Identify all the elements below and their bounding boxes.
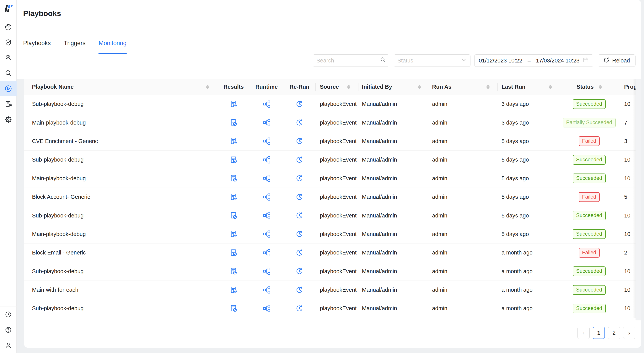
table-row[interactable]: Sub-playbook-debugplaybookEventManual/ad… bbox=[24, 150, 636, 169]
playbook-results-icon[interactable] bbox=[228, 228, 239, 240]
playbook-runtime-icon[interactable] bbox=[261, 136, 272, 147]
cell-rerun bbox=[283, 154, 316, 166]
pagination-page-1[interactable]: 1 bbox=[593, 327, 605, 339]
column-header-initiated[interactable]: Initiated By bbox=[358, 79, 429, 95]
playbook-results-icon[interactable] bbox=[228, 173, 239, 184]
playbook-runtime-icon[interactable] bbox=[261, 266, 272, 277]
sidebar-item-help[interactable] bbox=[0, 322, 16, 338]
playbook-runtime-icon[interactable] bbox=[261, 284, 272, 296]
pagination-page-2[interactable]: 2 bbox=[608, 327, 620, 339]
sidebar-item-history[interactable] bbox=[0, 307, 16, 322]
sidebar-item-search[interactable] bbox=[0, 66, 16, 81]
cell-progress: 3 bbox=[618, 138, 636, 144]
table-row[interactable]: Main-playbook-debugplaybookEventManual/a… bbox=[24, 225, 636, 244]
table-row[interactable]: Block Account- GenericplaybookEventManua… bbox=[24, 188, 636, 206]
rerun-icon[interactable] bbox=[294, 228, 305, 240]
sidebar-item-security[interactable] bbox=[0, 35, 16, 50]
column-header-status[interactable]: Status bbox=[560, 79, 618, 95]
column-header-runtime: Runtime bbox=[250, 79, 283, 95]
status-badge: Succeeded bbox=[573, 285, 606, 295]
column-header-source[interactable]: Source bbox=[316, 79, 358, 95]
cell-status: Failed bbox=[560, 248, 618, 258]
playbook-runtime-icon[interactable] bbox=[261, 192, 272, 202]
pagination-next-button[interactable]: › bbox=[623, 327, 635, 339]
rerun-icon[interactable] bbox=[294, 173, 305, 184]
sidebar-item-reports[interactable] bbox=[0, 96, 16, 112]
playbook-results-icon[interactable] bbox=[228, 154, 239, 166]
column-header-runas[interactable]: Run As bbox=[429, 79, 498, 95]
table-row[interactable]: Main-playbook-debugplaybookEventManual/a… bbox=[24, 169, 636, 188]
playbook-runtime-icon[interactable] bbox=[261, 98, 272, 110]
reload-button[interactable]: Reload bbox=[598, 54, 636, 67]
playbook-runtime-icon[interactable] bbox=[261, 154, 272, 166]
playbook-runtime-icon[interactable] bbox=[261, 303, 272, 314]
playbook-results-icon[interactable] bbox=[228, 117, 239, 128]
playbook-runtime-icon[interactable] bbox=[261, 247, 272, 258]
playbook-results-icon[interactable] bbox=[228, 98, 239, 110]
table-body: Sub-playbook-debugplaybookEventManual/ad… bbox=[24, 95, 636, 318]
playbook-runtime-icon[interactable] bbox=[261, 173, 272, 184]
playbook-runtime-icon[interactable] bbox=[261, 210, 272, 221]
rerun-icon[interactable] bbox=[294, 154, 305, 166]
xsoar-logo-icon bbox=[4, 4, 13, 12]
tab-triggers[interactable]: Triggers bbox=[64, 38, 86, 54]
rerun-icon[interactable] bbox=[294, 266, 305, 277]
cell-rerun bbox=[283, 98, 316, 110]
rerun-icon[interactable] bbox=[294, 210, 305, 221]
cell-results bbox=[217, 228, 250, 240]
pagination-prev-button[interactable]: ‹ bbox=[578, 327, 590, 339]
search-button[interactable] bbox=[377, 54, 389, 66]
cell-status: Succeeded bbox=[560, 304, 618, 313]
rerun-icon[interactable] bbox=[294, 303, 305, 314]
table-row[interactable]: Main-with-for-eachplaybookEventManual/ad… bbox=[24, 281, 636, 299]
rerun-icon[interactable] bbox=[294, 98, 305, 110]
scroll-gutter[interactable] bbox=[636, 79, 641, 320]
date-range-picker[interactable]: 01/12/2023 10:22 → 17/03/2024 10:23 bbox=[474, 54, 593, 67]
column-label: Status bbox=[576, 84, 594, 90]
app-logo[interactable] bbox=[0, 0, 16, 16]
sidebar-item-threat-intel[interactable] bbox=[0, 50, 16, 66]
sidebar-item-account[interactable] bbox=[0, 338, 16, 353]
playbook-results-icon[interactable] bbox=[228, 247, 239, 258]
status-badge: Succeeded bbox=[573, 304, 606, 313]
tab-monitoring[interactable]: Monitoring bbox=[99, 38, 127, 54]
cell-name: Sub-playbook-debug bbox=[24, 305, 217, 312]
table-row[interactable]: CVE Enrichment - GenericplaybookEventMan… bbox=[24, 132, 636, 150]
rerun-icon[interactable] bbox=[294, 192, 305, 202]
table-row[interactable]: Sub-playbook-debugplaybookEventManual/ad… bbox=[24, 299, 636, 318]
playbook-results-icon[interactable] bbox=[228, 303, 239, 314]
table-row[interactable]: Sub-playbook-debugplaybookEventManual/ad… bbox=[24, 95, 636, 113]
status-badge: Failed bbox=[579, 248, 600, 258]
sidebar-item-dashboard[interactable] bbox=[0, 19, 16, 35]
cell-runtime bbox=[250, 247, 283, 258]
playbook-runtime-icon[interactable] bbox=[261, 228, 272, 240]
cell-progress: 10 bbox=[618, 268, 636, 274]
search-input[interactable] bbox=[313, 54, 377, 66]
playbook-results-icon[interactable] bbox=[228, 284, 239, 296]
cell-results bbox=[217, 154, 250, 166]
sidebar-item-settings[interactable] bbox=[0, 112, 16, 127]
cell-runas: admin bbox=[429, 250, 498, 256]
playbook-results-icon[interactable] bbox=[228, 266, 239, 277]
playbook-results-icon[interactable] bbox=[228, 136, 239, 147]
rerun-icon[interactable] bbox=[294, 284, 305, 296]
sidebar-item-playbooks[interactable] bbox=[0, 81, 16, 96]
table-row[interactable]: Sub-playbook-debugplaybookEventManual/ad… bbox=[24, 262, 636, 281]
playbook-runtime-icon[interactable] bbox=[261, 117, 272, 128]
rerun-icon[interactable] bbox=[294, 117, 305, 128]
rerun-icon[interactable] bbox=[294, 247, 305, 258]
table-row[interactable]: Sub-playbook-debugplaybookEventManual/ad… bbox=[24, 206, 636, 225]
column-header-lastrun[interactable]: Last Run bbox=[498, 79, 560, 95]
tabs-divider bbox=[16, 54, 641, 54]
playbook-results-icon[interactable] bbox=[228, 192, 239, 202]
rerun-icon[interactable] bbox=[294, 136, 305, 147]
status-filter-select[interactable]: Status bbox=[394, 54, 470, 67]
playbook-results-icon[interactable] bbox=[228, 210, 239, 221]
cell-results bbox=[217, 284, 250, 296]
table-row[interactable]: Main-playbook-debugplaybookEventManual/a… bbox=[24, 113, 636, 132]
table-viewport: Playbook NameResultsRuntimeRe-RunSourceI… bbox=[24, 79, 636, 318]
tab-playbooks[interactable]: Playbooks bbox=[23, 38, 51, 54]
column-header-name[interactable]: Playbook Name bbox=[24, 79, 217, 95]
date-from-value: 01/12/2023 10:22 bbox=[479, 58, 522, 64]
table-row[interactable]: Block Email - GenericplaybookEventManual… bbox=[24, 244, 636, 262]
